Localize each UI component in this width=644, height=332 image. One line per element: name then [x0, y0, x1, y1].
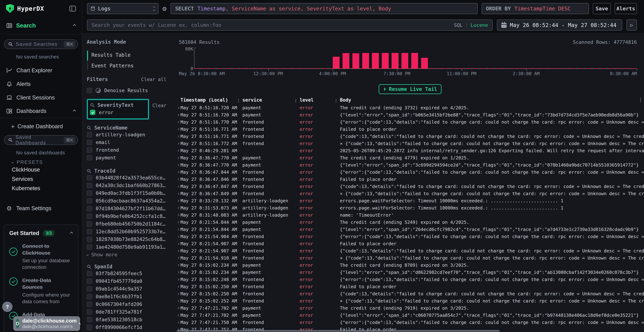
expand-chevron-icon[interactable] [176, 150, 180, 152]
expand-chevron-icon[interactable] [176, 121, 180, 123]
log-row[interactable]: May 27 8:21:54.910 AM frontend error × {… [176, 254, 644, 262]
checkbox[interactable] [87, 155, 92, 160]
expand-chevron-icon[interactable] [176, 314, 180, 316]
expand-chevron-icon[interactable] [176, 136, 180, 137]
checkbox[interactable] [87, 183, 92, 188]
preset-services[interactable]: Services [0, 174, 82, 184]
column-resize-handle[interactable] [238, 99, 239, 103]
expand-chevron-icon[interactable] [176, 214, 180, 216]
checkbox[interactable] [87, 244, 92, 250]
expand-chevron-icon[interactable] [176, 243, 180, 244]
col-level[interactable]: level [295, 97, 336, 103]
expand-chevron-icon[interactable] [176, 128, 180, 130]
chevron-up-icon[interactable] [73, 110, 76, 113]
log-row[interactable]: May 27 8:51:16.772 AM frontend error × {… [176, 140, 644, 147]
log-row[interactable]: May 27 8:31:48.083 AM artillery-loadgen … [176, 212, 644, 218]
column-resize-handle[interactable] [295, 99, 296, 103]
clear-all-button[interactable]: Clear all [141, 77, 166, 82]
sql-mode-toggle[interactable]: SQL [454, 22, 462, 28]
log-row[interactable]: May 27 8:36:47.846 AM frontend error Fai… [176, 176, 644, 183]
log-row[interactable]: May 27 8:21:54.844 AM payment error {"le… [176, 226, 644, 233]
saved-dashboards-input[interactable]: Saved Dashboards ⌘K [4, 135, 78, 145]
expand-chevron-icon[interactable] [176, 300, 180, 302]
checkbox[interactable] [87, 190, 92, 196]
filter-item-error[interactable]: error [90, 109, 134, 116]
log-row[interactable]: May 27 8:21:54.907 AM frontend error Fai… [176, 240, 644, 247]
col-body[interactable]: Body [336, 97, 644, 103]
get-started-item[interactable]: Create Data Sources Configure where your… [9, 277, 73, 305]
log-row[interactable]: May 27 8:15:02.234 AM payment error The … [176, 262, 644, 269]
expand-chevron-icon[interactable] [176, 164, 180, 166]
checkbox[interactable] [87, 175, 92, 180]
expand-chevron-icon[interactable] [176, 307, 180, 309]
expand-chevron-icon[interactable] [176, 250, 180, 252]
log-row[interactable]: May 27 8:15:02.248 AM frontend error {"e… [176, 276, 644, 283]
checkbox[interactable] [87, 325, 92, 330]
expand-chevron-icon[interactable] [176, 279, 180, 280]
log-row[interactable]: May 27 8:21:54.904 AM frontend error {"e… [176, 233, 644, 240]
checkbox[interactable] [87, 132, 92, 138]
expand-chevron-icon[interactable] [176, 186, 180, 187]
expand-chevron-icon[interactable] [176, 322, 180, 323]
get-started-header[interactable]: Get Started 3/3 [9, 230, 73, 236]
filter-item[interactable]: 042a30c3dc1baf660b27863… [87, 182, 176, 189]
checkbox[interactable] [87, 294, 92, 299]
expand-chevron-icon[interactable] [176, 207, 180, 209]
log-row[interactable]: May 27 7:47:21.702 AM payment error {"le… [176, 312, 644, 319]
column-resize-handle[interactable] [640, 97, 641, 103]
trace-show-more[interactable]: Show more [87, 251, 176, 258]
checkbox[interactable] [87, 237, 92, 242]
expand-chevron-icon[interactable] [176, 193, 180, 194]
log-row[interactable]: May 27 8:51:16.770 AM frontend error {"e… [176, 118, 644, 126]
filter-item[interactable]: 09041fb457779da0 [87, 277, 176, 285]
filter-item[interactable]: 0ae8e1f6c6b37fb1 [87, 293, 176, 300]
filter-item[interactable]: 0c0667304fafd206 [87, 300, 176, 308]
log-row[interactable]: May 27 8:36:47.770 AM payment error The … [176, 154, 644, 161]
filter-item[interactable]: 0ff8990066efcf1d [87, 324, 176, 331]
checkbox-checked[interactable] [90, 110, 95, 115]
checkbox[interactable] [87, 278, 92, 284]
log-row[interactable]: May 27 8:15:02.252 AM frontend error × {… [176, 297, 644, 304]
expand-chevron-icon[interactable] [176, 222, 180, 223]
sidebar-item-alerts[interactable]: Alerts [0, 77, 82, 91]
log-row[interactable]: May 27 8:36:47.844 AM frontend error {"e… [176, 168, 644, 176]
expand-chevron-icon[interactable] [176, 264, 180, 266]
col-service[interactable]: service [238, 97, 295, 103]
expand-chevron-icon[interactable] [176, 107, 180, 108]
filter-item[interactable]: 11c67fe55c0d13fd [87, 331, 176, 332]
preset-kubernetes[interactable]: Kubernetes [0, 184, 82, 193]
log-row[interactable]: May 27 7:47:21.702 AM payment error The … [176, 304, 644, 312]
col-timestamp[interactable]: Timestamp (Local) [180, 97, 238, 103]
filter-item[interactable]: 0f94b9befe0b4252ccfa1c8… [87, 212, 176, 220]
alerts-button[interactable]: Alerts [615, 3, 637, 14]
save-button[interactable]: Save [593, 3, 611, 14]
log-row[interactable]: May 27 8:31:53.073 AM artillery-loadgen … [176, 204, 644, 212]
histogram-plot[interactable] [194, 48, 637, 69]
presets-toggle[interactable]: PRESETS [0, 160, 82, 165]
sidebar-item-chart-explorer[interactable]: Chart Explorer [0, 64, 82, 77]
log-row[interactable]: May 27 7:47:21.750 AM frontend error {"e… [176, 319, 644, 326]
sidebar-collapse-icon[interactable] [70, 6, 76, 12]
log-row[interactable]: May 27 8:36:47.770 AM payment error {"le… [176, 161, 644, 168]
log-row[interactable]: May 27 8:21:54.844 AM payment error The … [176, 218, 644, 226]
filter-item[interactable]: frontend [87, 146, 176, 154]
filter-item[interactable]: 12ec8dd52b60b9525733b7e… [87, 228, 176, 236]
filter-item[interactable]: 07d184304627bf2f11b67dd… [87, 205, 176, 212]
chevron-up-icon[interactable] [73, 24, 76, 27]
filter-item[interactable]: 03f7b824595feec5 [87, 270, 176, 277]
sidebar-item-search[interactable]: Search [0, 17, 82, 34]
filter-item[interactable]: 049ed0ac3fdb1f3f15a0b0b… [87, 189, 176, 197]
expand-chevron-icon[interactable] [176, 272, 180, 273]
checkbox[interactable] [87, 148, 92, 153]
expand-chevron-icon[interactable] [176, 178, 180, 180]
lucene-mode-toggle[interactable]: Lucene [470, 22, 488, 28]
expand-chevron-icon[interactable] [176, 228, 180, 230]
expand-chevron-icon[interactable] [176, 200, 180, 202]
filter-item[interactable]: payment [87, 154, 176, 162]
filter-item[interactable]: 0de781ff325a781f [87, 308, 176, 316]
expand-chevron-icon[interactable] [176, 236, 180, 237]
expand-chevron-icon[interactable] [176, 114, 180, 116]
log-row[interactable]: May 27 8:15:02.234 AM payment error {"le… [176, 269, 644, 276]
checkbox[interactable] [87, 88, 92, 93]
orderby-input[interactable]: ORDER BYTimestampTime DESC [482, 3, 589, 14]
